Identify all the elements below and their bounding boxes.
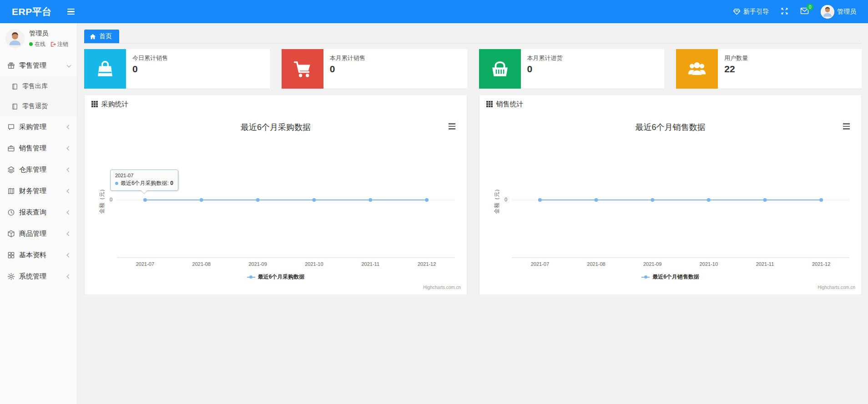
data-point[interactable] [538,198,542,202]
chart-credits[interactable]: Highcharts.com.cn [818,285,855,290]
stat-card-today-sales[interactable]: 今日累计销售 0 [84,49,270,89]
x-axis-label: 2021-10 [293,261,334,267]
chevron-left-icon [67,232,71,236]
sales-chart: 最近6个月销售数据0金额（元）2021-072021-082021-092021… [479,113,861,294]
tab-home[interactable]: 首页 [84,30,119,43]
chevron-left-icon [67,146,71,151]
user-menu[interactable]: 管理员 [821,5,856,19]
x-axis-label: 2021-11 [350,261,391,267]
data-point[interactable] [312,198,316,202]
fullscreen-icon [781,7,788,15]
user-name: 管理员 [837,8,856,16]
sidebar-user-name: 管理员 [29,30,68,38]
retail-submenu: 零售出库 零售退货 [0,76,77,116]
table-grid-icon [486,101,493,107]
stat-label: 本月累计销售 [330,54,365,62]
sidebar-item-retail-return[interactable]: 零售退货 [0,96,77,116]
chart-tooltip: 2021-07 最近6个月采购数据: 0 [110,170,178,191]
chart-export-menu-icon[interactable] [843,123,850,130]
panel-title: 采购统计 [101,100,129,109]
guide-button[interactable]: 新手引导 [733,8,769,16]
x-axis-label: 2021-08 [576,261,617,267]
main-content: 首页 今日累计销售 0 [77,23,868,404]
sidebar-item-label: 财务管理 [19,187,46,195]
legend-marker [247,275,255,279]
stat-label: 本月累计进货 [527,54,563,62]
stat-card-month-sales[interactable]: 本月累计销售 0 [282,49,467,89]
sidebar-item-label: 基本资料 [19,251,46,259]
sidebar-item-retail-outbound[interactable]: 零售出库 [0,76,77,96]
data-point[interactable] [200,198,203,202]
grid-icon [7,251,15,259]
stat-value: 22 [724,64,748,75]
stat-card-month-purchase[interactable]: 本月累计进货 0 [479,49,665,89]
sidebar-item-sales[interactable]: 销售管理 [0,138,77,159]
clock-icon [7,209,15,216]
sidebar-item-label: 零售出库 [22,82,48,90]
sidebar-item-purchase[interactable]: 采购管理 [0,116,77,138]
data-point[interactable] [368,198,372,202]
sidebar-item-label: 商品管理 [19,229,46,238]
guide-label: 新手引导 [743,8,769,16]
chart-credits[interactable]: Highcharts.com.cn [423,285,461,290]
app-brand: ERP平台 [0,5,52,18]
shopping-basket-icon [479,49,521,89]
x-axis-label: 2021-07 [520,261,560,267]
sidebar-toggle-icon[interactable] [67,9,75,15]
data-point[interactable] [256,198,260,202]
shopping-bag-icon [84,49,126,89]
chart-canvas [479,113,861,294]
chevron-down-icon [67,63,71,67]
chevron-left-icon [67,125,71,130]
online-status-label: 在线 [35,40,45,48]
data-point[interactable] [707,198,711,202]
data-point[interactable] [143,198,147,202]
sidebar-item-label: 报表查询 [19,208,46,217]
messages-button[interactable]: 0 [800,7,809,16]
legend-marker [641,275,650,279]
chart-legend[interactable]: 最近6个月采购数据 [85,273,467,281]
fullscreen-button[interactable] [781,7,788,16]
sidebar-item-warehouse[interactable]: 仓库管理 [0,159,77,180]
sidebar-avatar [5,29,25,48]
sidebar: 管理员 在线 注销 [0,23,77,404]
diamond-icon [733,8,741,15]
chart-export-menu-icon[interactable] [449,123,455,130]
sidebar-item-basedata[interactable]: 基本资料 [0,244,77,266]
stat-value: 0 [527,64,563,75]
sidebar-item-retail[interactable]: 零售管理 [0,55,77,76]
comment-icon [7,123,15,131]
chart-legend[interactable]: 最近6个月销售数据 [479,273,861,281]
stat-card-user-count[interactable]: 用户数量 22 [676,49,862,89]
stat-label: 今日累计销售 [132,54,168,62]
sales-stats-panel: 销售统计 最近6个月销售数据0金额（元）2021-072021-082021-0… [479,95,862,295]
breadcrumb: 首页 [84,30,862,44]
sidebar-item-label: 系统管理 [19,272,46,281]
sidebar-item-label: 销售管理 [19,144,46,153]
logout-link[interactable]: 注销 [50,40,68,48]
chevron-left-icon [67,274,71,279]
sidebar-item-goods[interactable]: 商品管理 [0,223,77,244]
data-point[interactable] [763,198,767,202]
data-point[interactable] [595,198,598,202]
sidebar-item-label: 仓库管理 [19,165,46,174]
shopping-cart-icon [282,49,323,89]
tooltip-series-dot [115,182,118,185]
online-status-dot [29,42,33,46]
y-axis-title: 金额（元） [493,186,501,214]
user-avatar [821,5,834,19]
sidebar-item-system[interactable]: 系统管理 [0,266,77,287]
data-point[interactable] [651,198,654,202]
sidebar-item-finance[interactable]: 财务管理 [0,180,77,202]
tooltip-text: 最近6个月采购数据: 0 [121,180,173,187]
data-point[interactable] [819,198,823,202]
chart-title: 最近6个月采购数据 [85,122,467,133]
sidebar-user-card: 管理员 在线 注销 [0,23,77,55]
sidebar-item-reports[interactable]: 报表查询 [0,202,77,223]
stat-cards-row: 今日累计销售 0 本月累计销售 0 [84,49,862,89]
users-icon [676,49,718,89]
x-axis-label: 2021-10 [688,261,729,267]
data-point[interactable] [425,198,429,202]
x-axis-label: 2021-09 [237,261,278,267]
legend-label: 最近6个月销售数据 [652,273,699,281]
